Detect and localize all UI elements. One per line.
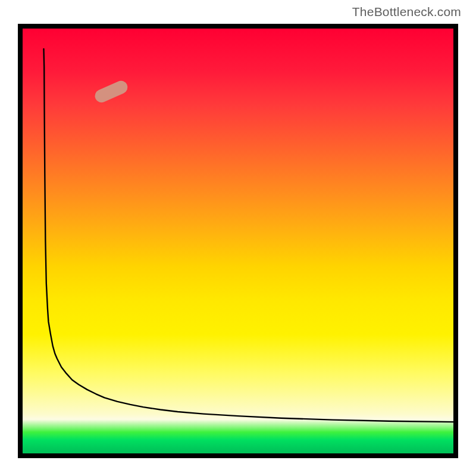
chart-gradient-background xyxy=(23,29,453,453)
chart-container: TheBottleneck.com xyxy=(0,0,476,476)
chart-frame xyxy=(18,24,458,458)
watermark-text: TheBottleneck.com xyxy=(352,5,461,19)
